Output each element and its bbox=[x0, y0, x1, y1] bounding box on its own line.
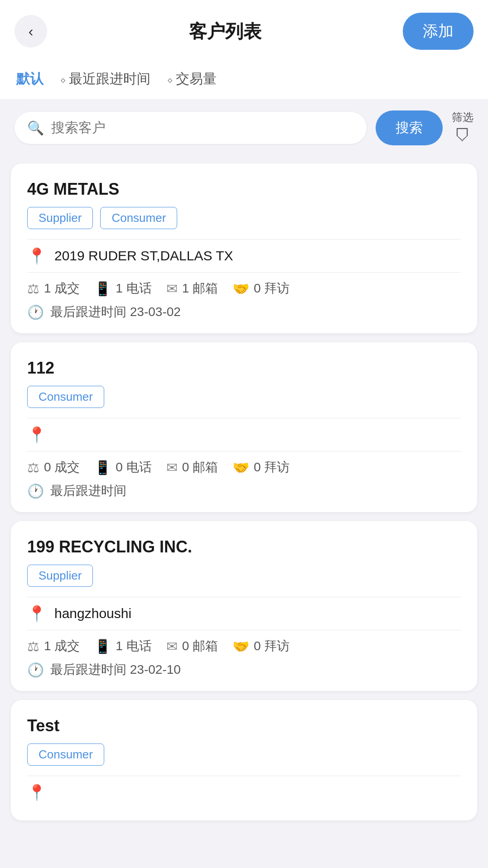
divider-4 bbox=[27, 776, 461, 776]
stats-row-3: ⚖ 1 成交 📱 1 电话 ✉ 0 邮箱 🤝 0 拜访 bbox=[27, 638, 461, 655]
customer-card-2[interactable]: 112 Consumer 📍 ⚖ 0 成交 📱 0 电话 ✉ 0 邮箱 🤝 bbox=[11, 342, 477, 512]
visit-stat-1: 🤝 0 拜访 bbox=[232, 280, 290, 297]
email-icon-3: ✉ bbox=[166, 638, 178, 654]
phone-value-1: 1 电话 bbox=[116, 280, 151, 297]
page-title: 客户列表 bbox=[189, 19, 261, 44]
search-input-wrap: 🔍 bbox=[14, 112, 367, 144]
deal-stat-3: ⚖ 1 成交 bbox=[27, 638, 80, 655]
phone-icon-2: 📱 bbox=[94, 460, 111, 475]
customer-card-3[interactable]: 199 RECYCLING INC. Supplier 📍 hangzhoush… bbox=[11, 521, 477, 691]
sort-recent-label: 最近跟进时间 bbox=[69, 70, 150, 88]
deal-icon-1: ⚖ bbox=[27, 281, 39, 297]
tag-consumer-2: Consumer bbox=[27, 386, 104, 408]
email-value-2: 0 邮箱 bbox=[182, 459, 218, 476]
tags-1: Supplier Consumer bbox=[27, 207, 461, 229]
tags-3: Supplier bbox=[27, 565, 461, 587]
visit-icon-3: 🤝 bbox=[232, 638, 249, 654]
time-value-1: 最后跟进时间 23-03-02 bbox=[50, 303, 181, 321]
customer-card-4[interactable]: Test Consumer 📍 bbox=[11, 700, 477, 820]
time-value-2: 最后跟进时间 bbox=[50, 482, 126, 499]
sort-default[interactable]: 默认 bbox=[16, 70, 43, 88]
time-value-3: 最后跟进时间 23-02-10 bbox=[50, 661, 181, 678]
location-icon-2: 📍 bbox=[27, 426, 46, 444]
email-value-1: 1 邮箱 bbox=[182, 280, 218, 297]
address-row-2: 📍 bbox=[27, 426, 461, 444]
customer-name-4: Test bbox=[27, 716, 461, 735]
address-text-3: hangzhoushi bbox=[54, 606, 131, 621]
divider-3b bbox=[27, 630, 461, 630]
clock-icon-1: 🕐 bbox=[27, 304, 44, 320]
time-row-3: 🕐 最后跟进时间 23-02-10 bbox=[27, 661, 461, 678]
tag-consumer-1: Consumer bbox=[100, 207, 177, 229]
address-text-1: 2019 RUDER ST,DALLAS TX bbox=[54, 248, 233, 264]
back-button[interactable]: ‹ bbox=[14, 15, 47, 48]
tag-supplier-1: Supplier bbox=[27, 207, 93, 229]
email-stat-2: ✉ 0 邮箱 bbox=[166, 459, 218, 476]
cards-container: 4G METALS Supplier Consumer 📍 2019 RUDER… bbox=[0, 154, 488, 830]
filter-icon: ⛉ bbox=[454, 126, 471, 145]
email-stat-3: ✉ 0 邮箱 bbox=[166, 638, 218, 655]
customer-name-3: 199 RECYCLING INC. bbox=[27, 537, 461, 556]
filter-button[interactable]: 筛选 ⛉ bbox=[452, 110, 474, 145]
header: ‹ 客户列表 添加 bbox=[0, 0, 488, 59]
search-button[interactable]: 搜索 bbox=[376, 110, 443, 145]
location-icon-4: 📍 bbox=[27, 783, 46, 801]
phone-icon-3: 📱 bbox=[94, 638, 111, 654]
divider-1b bbox=[27, 272, 461, 273]
location-icon-3: 📍 bbox=[27, 604, 46, 623]
time-row-2: 🕐 最后跟进时间 bbox=[27, 482, 461, 499]
email-icon-2: ✉ bbox=[166, 460, 178, 475]
search-icon: 🔍 bbox=[27, 120, 44, 136]
stats-row-2: ⚖ 0 成交 📱 0 电话 ✉ 0 邮箱 🤝 0 拜访 bbox=[27, 459, 461, 476]
deal-icon-3: ⚖ bbox=[27, 638, 39, 654]
add-button[interactable]: 添加 bbox=[403, 13, 474, 50]
visit-icon-2: 🤝 bbox=[232, 460, 249, 475]
email-value-3: 0 邮箱 bbox=[182, 638, 218, 655]
customer-card-1[interactable]: 4G METALS Supplier Consumer 📍 2019 RUDER… bbox=[11, 163, 477, 333]
phone-stat-1: 📱 1 电话 bbox=[94, 280, 151, 297]
location-icon-1: 📍 bbox=[27, 247, 46, 265]
address-row-3: 📍 hangzhoushi bbox=[27, 604, 461, 623]
phone-value-3: 1 电话 bbox=[116, 638, 151, 655]
divider-1 bbox=[27, 239, 461, 240]
divider-2b bbox=[27, 451, 461, 451]
tags-4: Consumer bbox=[27, 743, 461, 766]
back-icon: ‹ bbox=[29, 23, 34, 40]
customer-name-2: 112 bbox=[27, 359, 461, 378]
divider-2 bbox=[27, 418, 461, 418]
deal-value-3: 1 成交 bbox=[44, 638, 80, 655]
deal-stat-2: ⚖ 0 成交 bbox=[27, 459, 80, 476]
sort-volume-arrow: ⬦ bbox=[167, 73, 173, 86]
stats-row-1: ⚖ 1 成交 📱 1 电话 ✉ 1 邮箱 🤝 0 拜访 bbox=[27, 280, 461, 297]
search-input[interactable] bbox=[51, 120, 354, 135]
visit-value-2: 0 拜访 bbox=[254, 459, 290, 476]
tag-supplier-3: Supplier bbox=[27, 565, 93, 587]
address-row-1: 📍 2019 RUDER ST,DALLAS TX bbox=[27, 247, 461, 265]
email-icon-1: ✉ bbox=[166, 281, 178, 297]
sort-volume[interactable]: ⬦ 交易量 bbox=[167, 70, 217, 88]
visit-stat-2: 🤝 0 拜访 bbox=[232, 459, 290, 476]
time-row-1: 🕐 最后跟进时间 23-03-02 bbox=[27, 303, 461, 321]
sort-volume-label: 交易量 bbox=[176, 70, 217, 88]
deal-icon-2: ⚖ bbox=[27, 460, 39, 475]
clock-icon-3: 🕐 bbox=[27, 662, 44, 678]
customer-name-1: 4G METALS bbox=[27, 180, 461, 199]
filter-label: 筛选 bbox=[452, 110, 474, 125]
phone-stat-3: 📱 1 电话 bbox=[94, 638, 151, 655]
visit-value-1: 0 拜访 bbox=[254, 280, 290, 297]
deal-stat-1: ⚖ 1 成交 bbox=[27, 280, 80, 297]
deal-value-2: 0 成交 bbox=[44, 459, 80, 476]
phone-icon-1: 📱 bbox=[94, 281, 111, 297]
phone-value-2: 0 电话 bbox=[116, 459, 151, 476]
search-bar: 🔍 搜索 筛选 ⛉ bbox=[0, 101, 488, 154]
sort-recent[interactable]: ⬦ 最近跟进时间 bbox=[60, 70, 150, 88]
sort-recent-arrow: ⬦ bbox=[60, 73, 66, 86]
email-stat-1: ✉ 1 邮箱 bbox=[166, 280, 218, 297]
tags-2: Consumer bbox=[27, 386, 461, 408]
divider-3 bbox=[27, 597, 461, 597]
deal-value-1: 1 成交 bbox=[44, 280, 80, 297]
visit-stat-3: 🤝 0 拜访 bbox=[232, 638, 290, 655]
sort-bar: 默认 ⬦ 最近跟进时间 ⬦ 交易量 bbox=[0, 59, 488, 99]
visit-value-3: 0 拜访 bbox=[254, 638, 290, 655]
clock-icon-2: 🕐 bbox=[27, 483, 44, 499]
